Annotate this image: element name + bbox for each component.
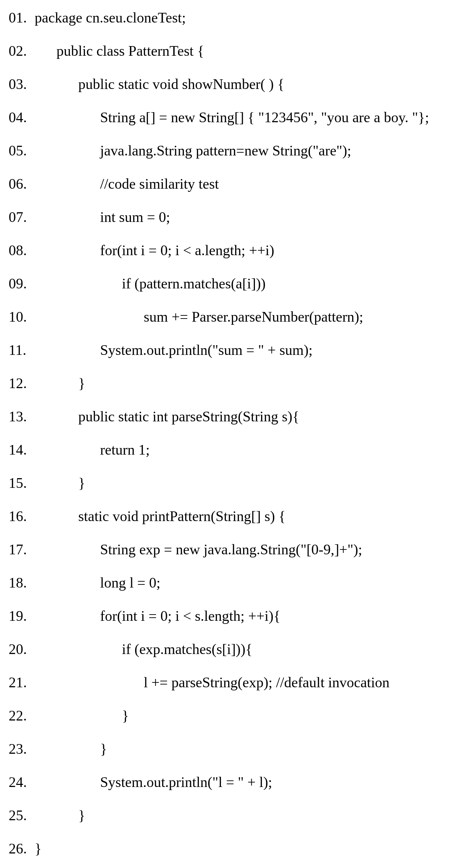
line-number: 26. xyxy=(9,841,35,856)
code-line: 07. int sum = 0; xyxy=(9,210,463,224)
code-line: 17. String exp = new java.lang.String("[… xyxy=(9,542,463,557)
line-number: 17. xyxy=(9,542,35,557)
line-content: java.lang.String pattern=new String("are… xyxy=(35,143,351,158)
code-line: 23. } xyxy=(9,742,463,756)
line-content: public static void showNumber( ) { xyxy=(35,77,284,91)
line-number: 16. xyxy=(9,509,35,524)
line-content: } xyxy=(35,708,129,723)
line-content: if (pattern.matches(a[i])) xyxy=(35,276,266,291)
line-content: public static int parseString(String s){ xyxy=(35,409,299,424)
code-line: 03. public static void showNumber( ) { xyxy=(9,77,463,91)
line-number: 18. xyxy=(9,575,35,590)
line-content: l += parseString(exp); //default invocat… xyxy=(35,675,390,690)
line-number: 14. xyxy=(9,442,35,457)
line-number: 09. xyxy=(9,276,35,291)
code-line: 01.package cn.seu.cloneTest; xyxy=(9,10,463,25)
line-content: //code similarity test xyxy=(35,177,219,191)
code-line: 18. long l = 0; xyxy=(9,575,463,590)
code-line: 04. String a[] = new String[] { "123456"… xyxy=(9,110,463,125)
line-number: 12. xyxy=(9,376,35,391)
line-content: return 1; xyxy=(35,442,150,457)
line-number: 06. xyxy=(9,177,35,191)
line-number: 08. xyxy=(9,243,35,258)
code-line: 13. public static int parseString(String… xyxy=(9,409,463,424)
line-number: 22. xyxy=(9,708,35,723)
line-number: 13. xyxy=(9,409,35,424)
line-number: 25. xyxy=(9,808,35,823)
line-content: String exp = new java.lang.String("[0-9,… xyxy=(35,542,362,557)
code-line: 10. sum += Parser.parseNumber(pattern); xyxy=(9,310,463,324)
line-content: if (exp.matches(s[i])){ xyxy=(35,642,252,656)
line-number: 01. xyxy=(9,10,35,25)
line-content: package cn.seu.cloneTest; xyxy=(35,10,186,25)
line-number: 23. xyxy=(9,742,35,756)
code-line: 11. System.out.println("sum = " + sum); xyxy=(9,343,463,357)
line-content: System.out.println("sum = " + sum); xyxy=(35,343,313,357)
line-content: long l = 0; xyxy=(35,575,160,590)
line-content: System.out.println("l = " + l); xyxy=(35,775,272,789)
line-content: } xyxy=(35,841,42,856)
line-number: 10. xyxy=(9,310,35,324)
code-line: 06. //code similarity test xyxy=(9,177,463,191)
line-number: 24. xyxy=(9,775,35,789)
code-line: 25. } xyxy=(9,808,463,823)
line-content: sum += Parser.parseNumber(pattern); xyxy=(35,310,363,324)
line-number: 19. xyxy=(9,609,35,623)
code-listing: 01.package cn.seu.cloneTest;02. public c… xyxy=(9,10,463,856)
line-content: int sum = 0; xyxy=(35,210,170,224)
code-line: 12. } xyxy=(9,376,463,391)
line-content: public class PatternTest { xyxy=(35,44,204,58)
code-line: 24. System.out.println("l = " + l); xyxy=(9,775,463,789)
code-line: 19. for(int i = 0; i < s.length; ++i){ xyxy=(9,609,463,623)
code-line: 26.} xyxy=(9,841,463,856)
code-line: 22. } xyxy=(9,708,463,723)
code-line: 05. java.lang.String pattern=new String(… xyxy=(9,143,463,158)
code-line: 08. for(int i = 0; i < a.length; ++i) xyxy=(9,243,463,258)
line-content: } xyxy=(35,742,107,756)
code-line: 20. if (exp.matches(s[i])){ xyxy=(9,642,463,656)
line-content: String a[] = new String[] { "123456", "y… xyxy=(35,110,429,125)
line-content: for(int i = 0; i < a.length; ++i) xyxy=(35,243,274,258)
line-number: 05. xyxy=(9,143,35,158)
line-content: for(int i = 0; i < s.length; ++i){ xyxy=(35,609,280,623)
line-content: } xyxy=(35,808,85,823)
line-number: 02. xyxy=(9,44,35,58)
line-content: } xyxy=(35,476,85,490)
code-line: 09. if (pattern.matches(a[i])) xyxy=(9,276,463,291)
code-line: 14. return 1; xyxy=(9,442,463,457)
code-line: 16. static void printPattern(String[] s)… xyxy=(9,509,463,524)
line-content: static void printPattern(String[] s) { xyxy=(35,509,286,524)
code-line: 02. public class PatternTest { xyxy=(9,44,463,58)
line-number: 03. xyxy=(9,77,35,91)
line-number: 11. xyxy=(9,343,35,357)
code-line: 15. } xyxy=(9,476,463,490)
line-number: 04. xyxy=(9,110,35,125)
line-number: 15. xyxy=(9,476,35,490)
code-line: 21. l += parseString(exp); //default inv… xyxy=(9,675,463,690)
line-number: 07. xyxy=(9,210,35,224)
line-number: 21. xyxy=(9,675,35,690)
line-content: } xyxy=(35,376,85,391)
line-number: 20. xyxy=(9,642,35,656)
